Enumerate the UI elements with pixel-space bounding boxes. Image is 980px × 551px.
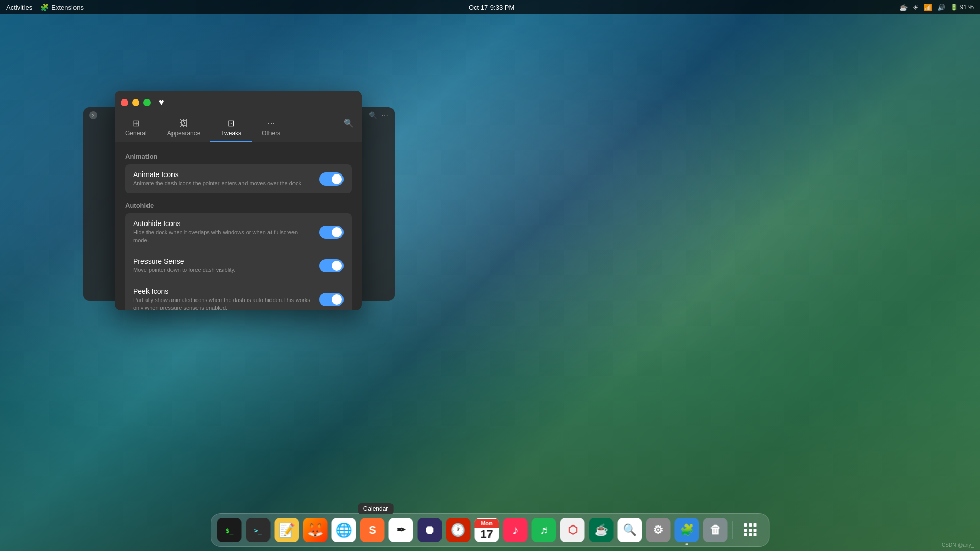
extensions-icon: 🧩 [40, 3, 49, 11]
animation-section-header: Animation [125, 153, 352, 160]
tab-general[interactable]: ⊞ General [115, 114, 157, 142]
dock-chrome[interactable]: 🌐 [331, 517, 357, 543]
dock-trash[interactable]: 🗑 [702, 517, 729, 543]
dock-firefox[interactable]: 🦊 [302, 517, 329, 543]
dock-app-grid[interactable] [738, 517, 764, 543]
pressure-sense-info: Pressure Sense Move pointer down to forc… [133, 257, 319, 274]
animate-icons-desc: Animate the dash icons the pointer enter… [133, 180, 311, 187]
dock-settings[interactable]: ⚙ [645, 517, 672, 543]
window-minimize-button[interactable] [132, 99, 139, 106]
dock-clock[interactable]: 🕐 [445, 517, 472, 543]
peek-icons-desc: Partially show animated icons when the d… [133, 296, 311, 310]
autohide-icons-track [319, 226, 344, 239]
appearance-tab-label: Appearance [167, 130, 201, 137]
backdrop-menu-icon[interactable]: ⋯ [381, 111, 388, 119]
dock-terminal2[interactable]: >_ [245, 517, 272, 543]
pressure-sense-track [319, 259, 344, 272]
dock-image-viewer[interactable]: 🔍 [617, 517, 643, 543]
dock-canister[interactable]: ⬡ [559, 517, 586, 543]
window-maximize-button[interactable] [143, 99, 151, 106]
animate-icons-track [319, 172, 344, 186]
backdrop-close-icon: × [92, 113, 95, 118]
backdrop-close-button[interactable]: × [89, 111, 97, 119]
volume-icon[interactable]: 🔊 [937, 4, 945, 11]
backdrop-actions: 🔍 ⋯ [369, 111, 388, 119]
autohide-icons-toggle[interactable] [319, 226, 344, 239]
dock-starbucks[interactable]: ☕ [588, 517, 615, 543]
dock-spotify[interactable]: ♬ [531, 517, 557, 543]
autohide-settings-group: Autohide Icons Hide the dock when it ove… [125, 213, 352, 310]
attribution: CSDN @any_ [942, 542, 974, 548]
tab-appearance[interactable]: 🖼 Appearance [157, 114, 211, 142]
general-tab-icon: ⊞ [133, 118, 139, 128]
topbar: Activities 🧩 Extensions Oct 17 9:33 PM ☕… [0, 0, 980, 14]
peek-icons-track [319, 293, 344, 306]
autohide-section-header: Autohide [125, 202, 352, 209]
app-grid-icon [744, 523, 757, 537]
autohide-icons-desc: Hide the dock when it overlaps with wind… [133, 229, 311, 244]
tab-others[interactable]: ··· Others [252, 114, 290, 142]
calendar-day-label: Mon [475, 519, 499, 528]
datetime-label: Oct 17 9:33 PM [469, 4, 514, 11]
autohide-icons-title: Autohide Icons [133, 219, 311, 228]
peek-icons-info: Peek Icons Partially show animated icons… [133, 287, 319, 310]
topbar-center: Oct 17 9:33 PM [469, 4, 514, 11]
brightness-icon[interactable]: ☀ [913, 4, 919, 11]
topbar-right: ☕ ☀ 📶 🔊 🔋 91 % [899, 4, 974, 11]
dock-extensions[interactable]: 🧩 [674, 517, 700, 543]
animation-settings-group: Animate Icons Animate the dash icons the… [125, 164, 352, 193]
window-titlebar: ♥ [115, 91, 362, 114]
activities-button[interactable]: Activities [6, 4, 32, 11]
dock: $_ >_ 📝 🦊 🌐 S ✒ ⏺ 🕐 Mon 17 ♪ [211, 513, 770, 547]
calendar-date-label: 17 [480, 528, 493, 541]
battery-label[interactable]: 🔋 91 % [950, 4, 974, 11]
peek-icons-row: Peek Icons Partially show animated icons… [125, 281, 352, 310]
window-heart-icon: ♥ [159, 97, 164, 108]
dock-sublime[interactable]: S [359, 517, 386, 543]
dock-obs[interactable]: ⏺ [416, 517, 443, 543]
peek-icons-toggle[interactable] [319, 293, 344, 306]
window-close-button[interactable] [121, 99, 128, 106]
extensions-button[interactable]: 🧩 Extensions [40, 3, 84, 11]
dock-extensions-dot [686, 543, 688, 545]
calendar-tooltip: Calendar [358, 503, 394, 514]
others-tab-icon: ··· [267, 119, 274, 128]
dock-notes[interactable]: 📝 [274, 517, 300, 543]
topbar-left: Activities 🧩 Extensions [6, 3, 84, 11]
peek-icons-thumb [332, 294, 342, 305]
pressure-sense-title: Pressure Sense [133, 257, 311, 265]
dock-terminal1[interactable]: $_ [216, 517, 243, 543]
appearance-tab-icon: 🖼 [180, 119, 188, 128]
window-content: Animation Animate Icons Animate the dash… [115, 142, 362, 310]
tab-tweaks[interactable]: ⊡ Tweaks [210, 114, 252, 142]
autohide-icons-thumb [332, 227, 342, 237]
backdrop-search-icon[interactable]: 🔍 [369, 111, 377, 119]
others-tab-label: Others [262, 130, 280, 137]
dock-music[interactable]: ♪ [502, 517, 529, 543]
autohide-icons-row: Autohide Icons Hide the dock when it ove… [125, 213, 352, 251]
autohide-icons-info: Autohide Icons Hide the dock when it ove… [133, 219, 319, 244]
dock-separator [733, 521, 733, 539]
animate-icons-title: Animate Icons [133, 170, 311, 179]
settings-window: ♥ ⊞ General 🖼 Appearance ⊡ Tweaks ··· Ot… [115, 91, 362, 310]
tweaks-tab-icon: ⊡ [228, 118, 234, 128]
animate-icons-toggle[interactable] [319, 172, 344, 186]
pressure-sense-thumb [332, 261, 342, 271]
dock-calendar[interactable]: Mon 17 [474, 517, 500, 543]
dock-inkscape[interactable]: ✒ [388, 517, 414, 543]
search-button[interactable]: 🔍 [335, 114, 362, 142]
peek-icons-title: Peek Icons [133, 287, 311, 295]
pressure-sense-toggle[interactable] [319, 259, 344, 272]
tab-bar: ⊞ General 🖼 Appearance ⊡ Tweaks ··· Othe… [115, 114, 362, 142]
general-tab-label: General [125, 130, 147, 137]
animate-icons-row: Animate Icons Animate the dash icons the… [125, 164, 352, 193]
wifi-icon[interactable]: 📶 [924, 4, 932, 11]
coffee-icon[interactable]: ☕ [899, 4, 908, 11]
animate-icons-thumb [332, 174, 342, 184]
pressure-sense-row: Pressure Sense Move pointer down to forc… [125, 251, 352, 281]
animate-icons-info: Animate Icons Animate the dash icons the… [133, 170, 319, 187]
pressure-sense-desc: Move pointer down to force dash visiblit… [133, 266, 311, 274]
tweaks-tab-label: Tweaks [220, 130, 241, 137]
